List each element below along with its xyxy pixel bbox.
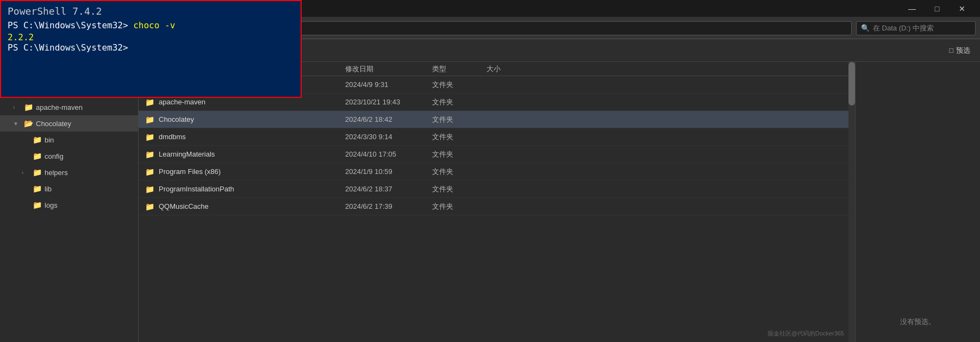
file-name: LearningMaterials [159, 150, 215, 158]
sidebar-item-chocolatey[interactable]: ▼ 📂 Chocolatey [0, 115, 138, 132]
file-name: ProgramInstallationPath [159, 185, 234, 193]
sidebar-item-config[interactable]: 📁 config [0, 148, 138, 164]
table-row[interactable]: 📁 LearningMaterials 2024/4/10 17:05 文件夹 [139, 146, 848, 163]
folder-icon-file: 📁 [145, 185, 154, 194]
file-date-cell: 2024/1/9 10:59 [345, 167, 432, 176]
folder-icon-bin: 📁 [33, 135, 42, 144]
file-type-cell: 文件夹 [432, 115, 486, 125]
ps-prompt1: PS C:\Windows\System32> [8, 20, 128, 30]
no-preview-text: 没有预选。 [900, 317, 935, 327]
close-button[interactable]: ✕ [950, 0, 975, 17]
ps-command: choco -v [133, 20, 175, 30]
powershell-window: PowerShell 7.4.2 PS C:\Windows\System32>… [0, 0, 302, 98]
watermark-text: 掘金社区@代码的Docker365 [767, 330, 844, 337]
file-type-cell: 文件夹 [432, 150, 486, 159]
table-row[interactable]: 📁 Program Files (x86) 2024/1/9 10:59 文件夹 [139, 163, 848, 181]
file-name-cell: 📁 apache-maven [139, 98, 345, 107]
sidebar: ▼ 💾 Data (D:) › 📁 .pnpm-store › 📁 apache… [0, 62, 139, 342]
table-row[interactable]: 📁 Chocolatey 2024/6/2 18:42 文件夹 [139, 111, 848, 128]
sidebar-item-logs[interactable]: 📁 logs [0, 197, 138, 213]
file-name: Program Files (x86) [159, 167, 221, 176]
file-date-cell: 2024/6/2 17:39 [345, 202, 432, 210]
file-name-cell: 📁 LearningMaterials [139, 150, 345, 159]
preview-button[interactable]: □ 预选 [944, 42, 976, 59]
file-date-cell: 2024/6/2 18:37 [345, 185, 432, 193]
folder-icon-chocolatey: 📂 [24, 119, 34, 128]
search-icon: 🔍 [861, 24, 870, 32]
sidebar-label-config: config [45, 152, 134, 160]
folder-icon-maven: 📁 [24, 103, 34, 111]
scrollbar-thumb[interactable] [848, 62, 855, 105]
file-date-cell: 2024/4/10 17:05 [345, 150, 432, 158]
ps-prompt2: PS C:\Windows\System32> [8, 42, 294, 53]
chevron-right-icon-maven: › [13, 104, 22, 110]
folder-icon-logs: 📁 [33, 201, 42, 209]
folder-icon-config: 📁 [33, 152, 42, 160]
sidebar-label-chocolatey: Chocolatey [36, 120, 134, 128]
file-name-cell: 📁 dmdbms [139, 133, 345, 141]
sidebar-label-helpers: helpers [45, 169, 134, 177]
file-type-cell: 文件夹 [432, 132, 486, 142]
file-name: QQMusicCache [159, 202, 209, 210]
file-name: Chocolatey [159, 115, 194, 123]
sidebar-item-bin[interactable]: 📁 bin [0, 132, 138, 148]
sidebar-label-logs: logs [45, 201, 134, 209]
file-name-cell: 📁 Chocolatey [139, 115, 345, 124]
scrollbar-track[interactable] [848, 62, 855, 342]
table-row[interactable]: 📁 QQMusicCache 2024/6/2 17:39 文件夹 [139, 198, 848, 215]
file-type-cell: 文件夹 [432, 80, 486, 90]
ps-title: PowerShell 7.4.2 [8, 5, 294, 17]
folder-icon-file: 📁 [145, 115, 154, 124]
window-controls: — □ ✕ [900, 0, 975, 17]
minimize-button[interactable]: — [900, 0, 925, 17]
table-row[interactable]: 📁 dmdbms 2024/3/30 9:14 文件夹 [139, 128, 848, 146]
folder-icon-file: 📁 [145, 202, 154, 211]
maximize-button[interactable]: □ [925, 0, 950, 17]
file-list: 名称 ∧ 修改日期 类型 大小 📁 .pnpm-store 2024/4/9 9… [139, 62, 848, 342]
preview-pane: 没有预选。 [855, 62, 980, 342]
sidebar-item-maven[interactable]: › 📁 apache-maven [0, 99, 138, 115]
folder-icon-helpers: 📁 [33, 168, 42, 177]
sidebar-label-lib: lib [45, 185, 134, 193]
ps-line1: PS C:\Windows\System32> choco -v [8, 19, 294, 32]
file-name-cell: 📁 ProgramInstallationPath [139, 185, 345, 194]
preview-icon: □ [949, 46, 953, 54]
file-date-cell: 2024/3/30 9:14 [345, 133, 432, 141]
search-box[interactable]: 🔍 在 Data (D:) 中搜索 [856, 21, 976, 35]
file-name: apache-maven [159, 98, 205, 106]
folder-icon-file: 📁 [145, 133, 154, 141]
search-placeholder: 在 Data (D:) 中搜索 [873, 23, 934, 33]
table-row[interactable]: 📁 ProgramInstallationPath 2024/6/2 18:37… [139, 181, 848, 198]
folder-icon-lib: 📁 [33, 184, 42, 193]
file-type-cell: 文件夹 [432, 184, 486, 194]
sidebar-item-helpers[interactable]: › 📁 helpers [0, 164, 138, 181]
folder-icon-file: 📁 [145, 98, 154, 107]
sidebar-item-lib[interactable]: 📁 lib [0, 181, 138, 197]
chevron-down-icon-choco: ▼ [13, 121, 22, 127]
sidebar-label-maven: apache-maven [36, 103, 134, 111]
preview-label: 预选 [956, 46, 970, 55]
file-date-cell: 2024/6/2 18:42 [345, 115, 432, 123]
file-date-cell: 2023/10/21 19:43 [345, 98, 432, 106]
file-date-cell: 2024/4/9 9:31 [345, 80, 432, 89]
col-size-header[interactable]: 大小 [486, 64, 541, 74]
file-type-cell: 文件夹 [432, 97, 486, 107]
col-date-header[interactable]: 修改日期 [345, 64, 432, 74]
file-type-cell: 文件夹 [432, 167, 486, 177]
content-area: ▼ 💾 Data (D:) › 📁 .pnpm-store › 📁 apache… [0, 62, 980, 342]
col-type-header[interactable]: 类型 [432, 64, 486, 74]
folder-icon-file: 📁 [145, 167, 154, 176]
sidebar-label-bin: bin [45, 136, 134, 144]
file-name-cell: 📁 Program Files (x86) [139, 167, 345, 176]
folder-icon-file: 📁 [145, 150, 154, 159]
file-name: dmdbms [159, 133, 186, 141]
file-type-cell: 文件夹 [432, 202, 486, 212]
watermark: 掘金社区@代码的Docker365 [767, 329, 844, 338]
file-name-cell: 📁 QQMusicCache [139, 202, 345, 211]
chevron-right-helpers: › [22, 170, 30, 176]
ps-version: 2.2.2 [8, 32, 294, 42]
